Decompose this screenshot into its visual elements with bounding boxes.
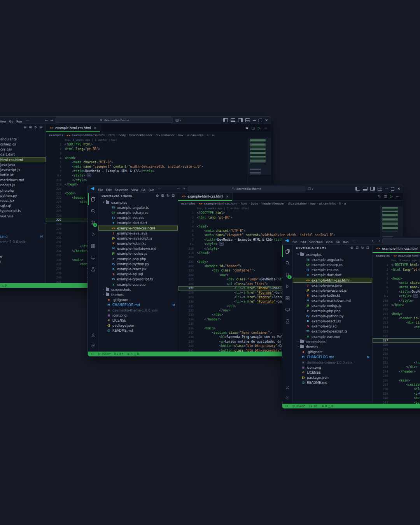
breadcrumb-item[interactable]: ul.nav-links: [187, 133, 203, 137]
breadcrumb-item[interactable]: example-html-css.html: [398, 254, 420, 257]
breadcrumb-item[interactable]: example-html-css.html: [72, 133, 105, 137]
titlebar[interactable]: FileEditSelectionViewGoRun ⋯ ← → devmedi…: [0, 117, 271, 124]
tree-item--gitignore[interactable]: ◆.gitignore: [0, 229, 46, 234]
tree-item-example-python-py[interactable]: Pyexample-python.py: [0, 193, 46, 198]
refresh-explorer-icon[interactable]: ↻: [34, 126, 37, 129]
new-file-icon[interactable]: ⊕: [24, 126, 27, 129]
run-debug-icon[interactable]: [88, 228, 98, 240]
command-center-search[interactable]: devmedia-theme: [188, 186, 305, 191]
code-line-234[interactable]: 234 </header>: [373, 369, 420, 374]
git-sync-indicator[interactable]: 0↓ 8↑: [114, 352, 124, 356]
explorer-icon[interactable]: [88, 193, 98, 205]
problems-indicator[interactable]: ⊗ 0 △ 0: [0, 284, 7, 287]
code-line-5[interactable]: 5 <meta charset="UTF-8">: [373, 281, 420, 285]
tree-item-example-markdown-md[interactable]: Mexample-markdown.md: [293, 298, 372, 303]
tree-item-readme-md[interactable]: ⓘREADME.md: [0, 260, 46, 265]
code-line-241[interactable]: 241 <button class="btn btn-secondary">Sa…: [373, 401, 420, 404]
tree-item-icon-png[interactable]: ▦icon.png: [98, 313, 178, 318]
code-line-219[interactable]: 219</head>: [373, 303, 420, 307]
settings-gear-icon[interactable]: [88, 340, 98, 350]
tree-item-example-markdown-md[interactable]: Mexample-markdown.md: [98, 246, 178, 251]
command-center-search[interactable]: devmedia-theme: [56, 117, 173, 123]
code-line-223[interactable]: 223 <div class="container">: [373, 320, 420, 325]
search-icon[interactable]: [88, 205, 98, 217]
code-line-235[interactable]: 235: [373, 374, 420, 378]
search-icon[interactable]: [282, 257, 292, 269]
remote-icon[interactable]: [91, 352, 94, 355]
tree-item-example-angular-ts[interactable]: TSexample-angular.ts: [293, 257, 372, 262]
codelens-line[interactable]: You, 3 weeks ago | 1 author (You): [178, 206, 403, 211]
code-line-224[interactable]: 224 <nav>: [373, 325, 420, 329]
code-line-229[interactable]: 229 <li><a href="#sobre">Sobre</a></li>: [373, 347, 420, 352]
breadcrumb-item[interactable]: div.container: [156, 133, 175, 137]
tree-item-themes[interactable]: ›themes: [98, 292, 178, 297]
close-button[interactable]: ×: [397, 187, 400, 191]
tree-item-changelog-md[interactable]: MCHANGELOG.mdM: [98, 303, 178, 308]
forward-arrow-icon[interactable]: →: [50, 119, 53, 122]
tree-item-example-dart-dart[interactable]: ◈example-dart.dart: [98, 220, 178, 226]
breadcrumb-item[interactable]: header#header: [129, 133, 152, 137]
code-line-4[interactable]: 4<head>: [46, 156, 271, 160]
tree-item-devmedia-theme-1-0-0-vsix[interactable]: ▣devmedia-theme-1.0.0.vsix: [98, 308, 178, 313]
tree-item-example-html-css-html[interactable]: <>example-html-css.html: [98, 226, 178, 231]
new-folder-icon[interactable]: ⊞: [355, 246, 359, 250]
code-line-230[interactable]: 230 <li><a href="#contato">Contato</a></…: [373, 352, 420, 356]
toggle-panel-icon[interactable]: [363, 187, 368, 191]
new-folder-icon[interactable]: ⊞: [29, 126, 32, 129]
breadcrumb-item[interactable]: example-html-css.html: [204, 202, 237, 205]
tree-item-example-php-php[interactable]: Pexample-php.php: [293, 308, 372, 313]
back-arrow-icon[interactable]: ←: [45, 119, 48, 122]
tree-item-example-javascript-js[interactable]: JSexample-javascript.js: [293, 288, 372, 293]
breadcrumb-item[interactable]: li: [207, 133, 208, 137]
code-line-218[interactable]: 218 </style>: [46, 178, 271, 182]
testing-icon[interactable]: [282, 315, 292, 327]
run-file-icon[interactable]: ▷: [258, 126, 261, 130]
tree-item-package-json[interactable]: {}package.json: [293, 375, 372, 380]
code-line-3[interactable]: 3: [178, 220, 403, 224]
code-line-1[interactable]: 1<!DOCTYPE html>: [178, 211, 403, 215]
tree-item-example-php-php[interactable]: Pexample-php.php: [0, 188, 46, 193]
tree-item--gitignore[interactable]: ◆.gitignore: [98, 298, 178, 303]
problems-indicator[interactable]: ⊗ 0 △ 0: [127, 352, 139, 356]
tree-item-readme-md[interactable]: ⓘREADME.md: [293, 380, 372, 385]
tree-item-example-nodejs-js[interactable]: JSexample-nodejs.js: [0, 183, 46, 188]
tree-item-example-python-py[interactable]: Pyexample-python.py: [293, 313, 372, 318]
code-line-228[interactable]: 228 <li><a href="#cursos">Cursos</a></li…: [373, 343, 420, 347]
tree-item-example-react-jsx[interactable]: Rexample-react.jsx: [98, 266, 178, 271]
tree-item-example-java-java[interactable]: Jexample-java.java: [0, 162, 46, 167]
compare-changes-icon[interactable]: ⇆: [378, 195, 381, 198]
git-sync-indicator[interactable]: 0↓ 8↑: [309, 404, 318, 408]
collapse-folders-icon[interactable]: ⊟: [366, 246, 369, 250]
refresh-explorer-icon[interactable]: ↻: [166, 194, 170, 198]
fold-chevron-icon[interactable]: ›: [387, 295, 388, 298]
tree-item-themes[interactable]: ›themes: [0, 224, 46, 229]
back-arrow-icon[interactable]: ←: [177, 187, 180, 191]
code-line-237[interactable]: 237 <section class="hero container">: [373, 383, 420, 387]
tree-item-changelog-md[interactable]: MCHANGELOG.mdM: [293, 355, 372, 360]
tree-item-example-dart-dart[interactable]: ◈example-dart.dart: [0, 152, 46, 157]
tree-item-example-css-css[interactable]: {}example-css.css: [293, 268, 372, 273]
layout-customize-icon[interactable]: ∨: [175, 119, 181, 122]
code-line-2[interactable]: 2<html lang="pt-BR">: [373, 268, 420, 272]
titlebar[interactable]: FileEditSelectionViewGoRun ⋯ ← → devmedi…: [88, 185, 403, 192]
new-folder-icon[interactable]: ⊞: [161, 194, 164, 198]
breadcrumb-item[interactable]: html: [108, 133, 115, 137]
tree-item-example-dart-dart[interactable]: ◈example-dart.dart: [293, 273, 372, 278]
testing-icon[interactable]: [88, 263, 98, 275]
maximize-button[interactable]: [391, 187, 394, 191]
tree-item-example-angular-ts[interactable]: TSexample-angular.ts: [98, 205, 178, 210]
breadcrumb-item[interactable]: div.container: [288, 202, 307, 205]
code-line-4[interactable]: 4<head>: [178, 224, 403, 229]
extensions-icon[interactable]: [282, 292, 292, 304]
tree-item-example-php-php[interactable]: Pexample-php.php: [98, 256, 178, 261]
code-line-4[interactable]: 4<head>: [373, 276, 420, 281]
code-line-8[interactable]: 8› <style>⋯: [373, 294, 420, 298]
split-editor-icon[interactable]: ◫: [384, 195, 387, 198]
breadcrumb-item[interactable]: examples: [181, 202, 195, 205]
tree-item-screenshots[interactable]: ›screenshots: [293, 339, 372, 344]
refresh-explorer-icon[interactable]: ↻: [361, 246, 364, 250]
folded-region-indicator[interactable]: ⋯: [413, 294, 418, 298]
minimize-button[interactable]: [385, 189, 388, 189]
breadcrumb-item[interactable]: header#header: [261, 202, 284, 205]
tree-item-examples[interactable]: ∨examples: [0, 131, 46, 136]
